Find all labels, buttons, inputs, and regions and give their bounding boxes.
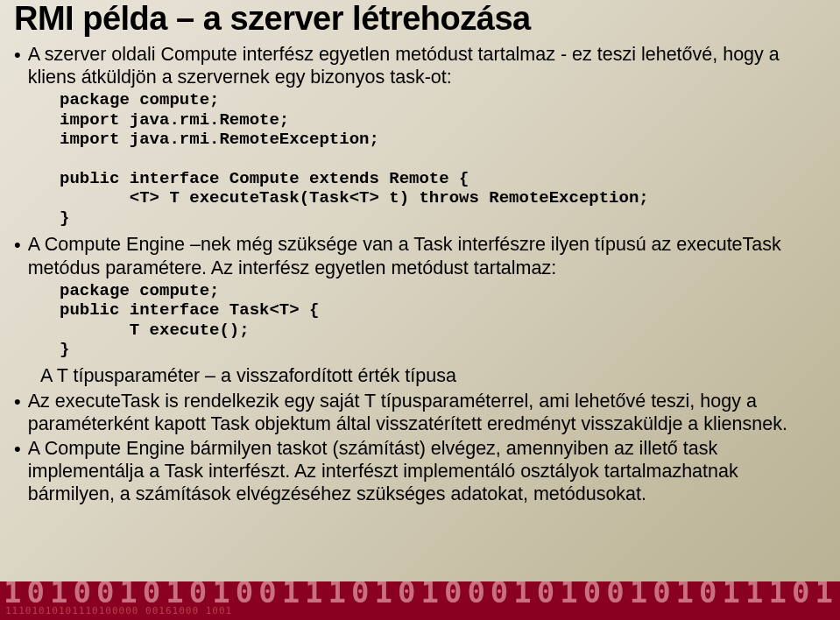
- bullet-mark-icon: •: [14, 437, 21, 461]
- footer-bar-decoration: 101001010100111010100010100101011101.001…: [0, 581, 840, 602]
- slide-title: RMI példa – a szerver létrehozása: [14, 0, 826, 38]
- footer-small-binary: 11101010101110100000 00161000 1001: [0, 602, 840, 620]
- bullet-5-text: A Compute Engine bármilyen taskot (számí…: [28, 437, 826, 506]
- bullet-mark-icon: •: [14, 43, 21, 67]
- bullet-3: A T típusparaméter – a visszafordított é…: [40, 364, 826, 387]
- bullet-3-text: A T típusparaméter – a visszafordított é…: [40, 364, 456, 387]
- bullet-mark-icon: •: [14, 233, 21, 257]
- code-block-2: package compute; public interface Task<T…: [60, 281, 826, 360]
- code-block-1: package compute; import java.rmi.Remote;…: [60, 90, 826, 228]
- bullet-4-text: Az executeTask is rendelkezik egy saját …: [28, 390, 826, 435]
- bullet-4: • Az executeTask is rendelkezik egy sajá…: [14, 390, 826, 435]
- bullet-mark-icon: •: [14, 390, 21, 414]
- bullet-2: • A Compute Engine –nek még szüksége van…: [14, 233, 826, 278]
- bullet-1: • A szerver oldali Compute interfész egy…: [14, 43, 826, 88]
- bullet-1-text: A szerver oldali Compute interfész egyet…: [28, 43, 826, 88]
- bullet-2-text: A Compute Engine –nek még szüksége van a…: [28, 233, 826, 278]
- bullet-5: • A Compute Engine bármilyen taskot (szá…: [14, 437, 826, 506]
- footer-big-binary: 101001010100111010100010100101011101.001…: [0, 581, 840, 602]
